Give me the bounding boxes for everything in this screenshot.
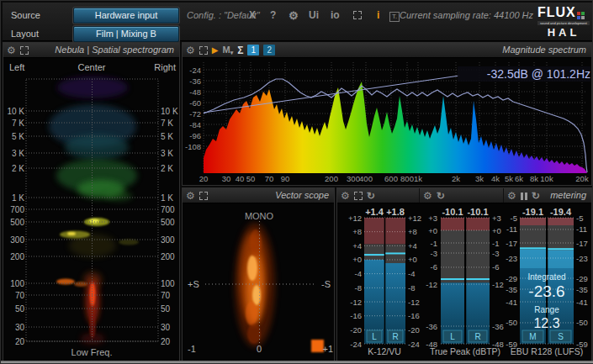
scale-tick-left: -1 (431, 239, 437, 248)
scale-tick-left: -35 (506, 285, 517, 294)
settings-gear-icon[interactable]: ⚙ (289, 9, 299, 22)
close-icon[interactable]: X (249, 9, 256, 21)
brand-tagline: sound and picture development (537, 21, 590, 25)
fullscreen-icon[interactable] (353, 11, 362, 19)
db-tick: -36 (189, 76, 201, 86)
scale-tick-right: -41 (576, 298, 588, 307)
freq-tick-right: 30 (161, 323, 171, 332)
scale-tick-left: +3 (428, 214, 437, 223)
fullscreen-icon[interactable] (199, 46, 208, 55)
integrated-value: -23.6 (528, 282, 564, 300)
layout-select-button[interactable]: Film | Mixing B (73, 26, 179, 42)
reset-icon[interactable]: ↻ (367, 191, 375, 201)
meter-name: EBU R128 (LUFS) (511, 346, 583, 356)
channel-1-button[interactable]: 1 (247, 45, 259, 55)
scale-tick-left: +0 (352, 255, 362, 264)
low-freq-label: Low Freq. (71, 347, 113, 357)
scale-tick-right: -11 (576, 224, 587, 234)
freq-tick-right: 20 (161, 337, 171, 346)
freq-tick: 10k (540, 174, 553, 183)
peak-hold-line (385, 252, 405, 254)
metering-panel: ⚙ ↻ ⚙ ↻ ⚙ ↻ metering +1.4+1.8+12+12+8+8+… (336, 187, 592, 362)
scale-tick-right: +8 (408, 227, 417, 236)
channel-2-button[interactable]: 2 (263, 45, 275, 55)
gear-icon[interactable]: ⚙ (186, 191, 195, 201)
freq-tick: 5k (505, 174, 513, 183)
scale-tick-left: -3 (431, 249, 437, 258)
peak-hold-line (520, 247, 546, 249)
range-label: Range (534, 305, 559, 314)
scale-tick-left: -8 (355, 283, 362, 293)
sum-icon[interactable]: Σ (237, 45, 243, 55)
max-hold-icon[interactable]: M▾ (222, 45, 233, 55)
vector-scope-plot[interactable]: MONO+S-S-10+1 (183, 204, 333, 361)
sampling-rate-label: Current sampling rate: 44100 Hz (400, 10, 533, 20)
scale-tick-left: +12 (348, 214, 362, 223)
mono-label: MONO (245, 211, 274, 221)
gear-icon[interactable]: ⚙ (186, 45, 195, 55)
loudness-meters[interactable]: +1.4+1.8+12+12+8+8+4+4+0+0-4-4-8-8-12-12… (338, 204, 590, 361)
freq-tick: 800 (400, 174, 414, 183)
ui-icon[interactable]: Ui (309, 9, 319, 21)
hal-logo-text: HAL (537, 26, 590, 39)
gear-icon[interactable]: ⚙ (341, 191, 350, 201)
peak-hold-line (441, 278, 464, 280)
freq-tick-left: 3 K (12, 149, 24, 158)
gear-icon[interactable]: ⚙ (7, 45, 16, 55)
scale-tick-right: -5 (576, 214, 583, 223)
vector-header: ⚙ Vector scope (183, 188, 334, 203)
peak-cursor-line (204, 76, 459, 113)
freq-tick-left: 100 (10, 279, 24, 288)
reset-icon[interactable]: ↻ (437, 191, 445, 201)
magnitude-spectrum-plot[interactable]: -24-36-48-60-72-84-96-108203040507090200… (183, 59, 590, 184)
fullscreen-icon[interactable] (199, 192, 208, 200)
nebula-header: ⚙ Nebula | Spatial spectrogram (3, 43, 179, 58)
fullscreen-icon[interactable] (354, 192, 363, 200)
scale-tick-left: +0 (428, 226, 437, 235)
freq-tick-left: 50 (15, 304, 25, 314)
gear-icon[interactable]: ⚙ (507, 191, 516, 201)
source-select-button[interactable]: Hardware input (73, 8, 179, 24)
text-tool-icon[interactable]: T. (389, 12, 400, 22)
freq-tick-right: 10 K (161, 107, 178, 116)
scale-tick-left: -4 (355, 269, 362, 278)
fullscreen-icon[interactable] (20, 46, 29, 55)
nebula-spectrogram-plot[interactable]: 10 K10 K7 K7 K5 K5 K3 K3 K2 K2 K1 K1 K70… (4, 59, 178, 361)
window-bottom-edge (1, 361, 593, 363)
scale-tick-right: +12 (408, 214, 421, 223)
right-label: Right (154, 62, 176, 72)
play-icon[interactable]: ▶ (212, 46, 219, 55)
scale-tick-right: -12 (408, 298, 420, 307)
scale-tick-left: -5 (511, 214, 517, 223)
peak-hold-line (548, 248, 574, 250)
metering-title: metering (550, 190, 586, 200)
info-icon[interactable]: i (377, 9, 379, 21)
scale-tick-left: -11 (506, 224, 517, 234)
freq-tick-left: 5 K (12, 132, 24, 141)
db-tick: -108 (185, 142, 201, 151)
freq-tick-left: 300 (10, 235, 24, 245)
freq-tick: 2k (452, 174, 460, 183)
channel-label: M (529, 332, 536, 341)
scale-tick-left: -12 (350, 298, 362, 307)
cursor-readout: -32.5dB @ 101.2Hz (487, 67, 590, 81)
freq-tick-left: 20 (15, 337, 25, 346)
freq-tick: 30 (222, 174, 231, 183)
freq-tick: 200 (325, 174, 338, 183)
db-tick: -48 (189, 87, 201, 97)
freq-tick-left: 30 (15, 323, 25, 332)
peak-value: -19.4 (550, 207, 572, 217)
peak-value: -19.1 (522, 207, 543, 217)
layout-label: Layout (11, 29, 39, 39)
pause-icon[interactable] (521, 193, 527, 200)
plus-s-label: +S (188, 279, 199, 289)
io-icon[interactable]: io (331, 9, 340, 21)
scale-tick-right: +0 (492, 226, 501, 235)
reset-icon[interactable]: ↻ (532, 191, 540, 201)
gear-icon[interactable]: ⚙ (423, 191, 432, 201)
help-icon[interactable]: ? (270, 9, 276, 21)
peak-hold-line (466, 278, 490, 280)
scale-tick-left: -6 (431, 262, 437, 272)
freq-tick: 3k (475, 174, 484, 183)
freq-tick-right: 200 (161, 252, 175, 261)
